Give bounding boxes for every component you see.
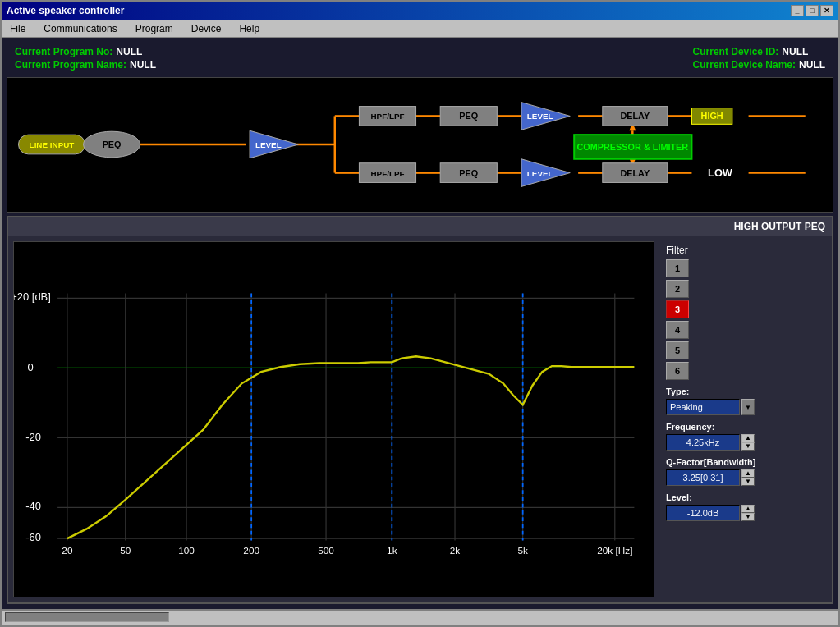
svg-text:50: 50 — [120, 545, 131, 556]
device-id-row: Current Device ID: NULL — [693, 46, 825, 57]
frequency-spinner: ▲ ▼ — [741, 434, 755, 451]
device-id-value: NULL — [782, 46, 808, 57]
frequency-label: Frequency: — [666, 422, 824, 432]
device-id-label: Current Device ID: — [693, 46, 779, 57]
type-control: Type: Peaking ▼ — [666, 387, 824, 415]
svg-text:500: 500 — [318, 545, 334, 556]
status-top: Current Program No: NULL Current Program… — [7, 43, 833, 74]
filter-section: Filter 1 2 3 4 5 6 — [666, 245, 824, 380]
signal-flow-svg: LINE INPUT PEQ LEVEL HPF/LPF PEQ LEVEL — [7, 78, 833, 212]
menu-help[interactable]: Help — [234, 21, 264, 36]
level-up[interactable]: ▲ — [741, 505, 755, 513]
window-title: Active speaker controller — [7, 5, 124, 16]
frequency-value[interactable]: 4.25kHz — [666, 434, 740, 451]
eq-chart-svg: +20 [dB] 0 -20 -40 -60 — [14, 242, 654, 597]
svg-text:100: 100 — [178, 545, 195, 556]
device-name-value: NULL — [799, 59, 825, 71]
level-value[interactable]: -12.0dB — [666, 505, 740, 521]
level-control: Level: -12.0dB ▲ ▼ — [666, 492, 824, 521]
svg-text:HPF/LPF: HPF/LPF — [370, 112, 404, 121]
svg-text:200: 200 — [243, 545, 259, 556]
svg-rect-48 — [14, 279, 654, 560]
level-spinner: ▲ ▼ — [741, 505, 755, 521]
q-factor-value[interactable]: 3.25[0.31] — [666, 469, 740, 486]
main-window: Active speaker controller _ □ ✕ File Com… — [0, 0, 840, 627]
filter-btn-5[interactable]: 5 — [666, 341, 689, 359]
svg-text:2k: 2k — [450, 545, 461, 556]
svg-text:+20 [dB]: +20 [dB] — [14, 291, 51, 303]
filter-btn-6[interactable]: 6 — [666, 362, 689, 380]
level-label: Level: — [666, 492, 824, 502]
status-left: Current Program No: NULL Current Program… — [15, 46, 156, 71]
close-button[interactable]: ✕ — [820, 5, 833, 16]
svg-text:-40: -40 — [25, 500, 41, 512]
svg-text:20k [Hz]: 20k [Hz] — [597, 545, 632, 556]
filter-btn-3[interactable]: 3 — [666, 300, 689, 318]
svg-text:PEQ: PEQ — [103, 140, 122, 149]
title-bar: Active speaker controller _ □ ✕ — [2, 2, 838, 20]
minimize-button[interactable]: _ — [791, 5, 804, 16]
q-factor-spinner: ▲ ▼ — [741, 469, 755, 486]
program-no-value: NULL — [116, 46, 142, 57]
type-dropdown-arrow[interactable]: ▼ — [741, 399, 755, 415]
filter-label: Filter — [666, 245, 689, 256]
progress-bar — [5, 612, 169, 622]
svg-text:-60: -60 — [25, 531, 41, 543]
panel-content: +20 [dB] 0 -20 -40 -60 — [8, 236, 832, 602]
status-right: Current Device ID: NULL Current Device N… — [693, 46, 825, 71]
eq-panel: HIGH OUTPUT PEQ +20 [dB] 0 -20 -40 -60 — [7, 216, 833, 604]
eq-controls: Filter 1 2 3 4 5 6 — [663, 241, 827, 597]
type-value[interactable]: Peaking — [666, 399, 740, 415]
program-name-value: NULL — [130, 59, 156, 71]
filter-btn-4[interactable]: 4 — [666, 321, 689, 339]
frequency-control: Frequency: 4.25kHz ▲ ▼ — [666, 422, 824, 451]
svg-text:0: 0 — [27, 361, 33, 373]
level-row: -12.0dB ▲ ▼ — [666, 505, 824, 521]
filter-buttons: 1 2 3 4 5 6 — [666, 259, 689, 380]
svg-text:PEQ: PEQ — [459, 111, 478, 121]
svg-text:COMPRESSOR & LIMITER: COMPRESSOR & LIMITER — [576, 142, 688, 152]
program-name-label: Current Program Name: — [15, 59, 126, 71]
status-bar-bottom — [2, 609, 838, 625]
menu-program[interactable]: Program — [131, 21, 178, 36]
q-factor-label: Q-Factor[Bandwidth] — [666, 457, 824, 467]
q-factor-row: 3.25[0.31] ▲ ▼ — [666, 469, 824, 486]
type-select-row: Peaking ▼ — [666, 399, 824, 415]
type-label: Type: — [666, 387, 824, 396]
maximize-button[interactable]: □ — [806, 5, 819, 16]
svg-text:DELAY: DELAY — [620, 111, 650, 121]
menu-file[interactable]: File — [5, 21, 30, 36]
q-factor-down[interactable]: ▼ — [741, 478, 755, 486]
svg-text:HIGH: HIGH — [701, 111, 723, 121]
svg-text:5k: 5k — [517, 545, 528, 556]
filter-btn-2[interactable]: 2 — [666, 280, 689, 298]
frequency-up[interactable]: ▲ — [741, 434, 755, 442]
main-content: Current Program No: NULL Current Program… — [2, 38, 838, 609]
eq-chart-container: +20 [dB] 0 -20 -40 -60 — [13, 241, 654, 597]
menu-communications[interactable]: Communications — [39, 21, 122, 36]
svg-text:1k: 1k — [387, 545, 397, 556]
level-down[interactable]: ▼ — [741, 513, 755, 521]
svg-text:LINE INPUT: LINE INPUT — [30, 140, 75, 149]
svg-text:LEVEL: LEVEL — [527, 169, 553, 178]
svg-text:HPF/LPF: HPF/LPF — [370, 169, 404, 178]
frequency-row: 4.25kHz ▲ ▼ — [666, 434, 824, 451]
svg-text:LOW: LOW — [708, 167, 733, 179]
program-name-row: Current Program Name: NULL — [15, 59, 156, 71]
q-factor-up[interactable]: ▲ — [741, 469, 755, 478]
svg-text:LEVEL: LEVEL — [255, 140, 282, 149]
svg-text:PEQ: PEQ — [459, 168, 478, 178]
svg-text:-20: -20 — [25, 431, 41, 443]
filter-buttons-group: Filter 1 2 3 4 5 6 — [666, 245, 689, 380]
filter-btn-1[interactable]: 1 — [666, 259, 689, 277]
q-factor-control: Q-Factor[Bandwidth] 3.25[0.31] ▲ ▼ — [666, 457, 824, 486]
program-no-label: Current Program No: — [15, 46, 112, 57]
menu-device[interactable]: Device — [186, 21, 227, 36]
svg-text:20: 20 — [62, 545, 73, 556]
frequency-down[interactable]: ▼ — [741, 442, 755, 451]
svg-text:DELAY: DELAY — [620, 168, 650, 178]
signal-flow: LINE INPUT PEQ LEVEL HPF/LPF PEQ LEVEL — [7, 77, 833, 213]
svg-text:LEVEL: LEVEL — [527, 112, 553, 121]
program-no-row: Current Program No: NULL — [15, 46, 156, 57]
menu-bar: File Communications Program Device Help — [2, 20, 838, 38]
